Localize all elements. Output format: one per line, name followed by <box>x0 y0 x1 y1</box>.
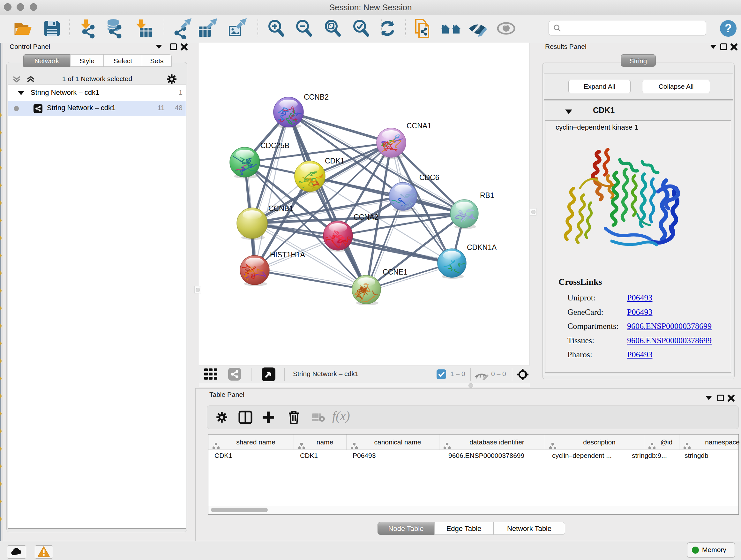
svg-text:CCNE1: CCNE1 <box>383 268 408 276</box>
svg-text:CDK1: CDK1 <box>325 157 344 165</box>
svg-text:CCNB2: CCNB2 <box>304 93 329 101</box>
svg-text:CDC6: CDC6 <box>419 173 440 182</box>
svg-text:CCNA1: CCNA1 <box>407 122 431 130</box>
svg-text:RB1: RB1 <box>480 191 494 199</box>
svg-text:HIST1H1A: HIST1H1A <box>270 251 306 259</box>
svg-text:?: ? <box>725 22 732 35</box>
svg-text:CCNB1: CCNB1 <box>268 204 293 212</box>
svg-text:CCNA2: CCNA2 <box>354 213 379 221</box>
svg-text:CDKN1A: CDKN1A <box>467 243 497 252</box>
svg-text:CDC25B: CDC25B <box>260 141 289 150</box>
